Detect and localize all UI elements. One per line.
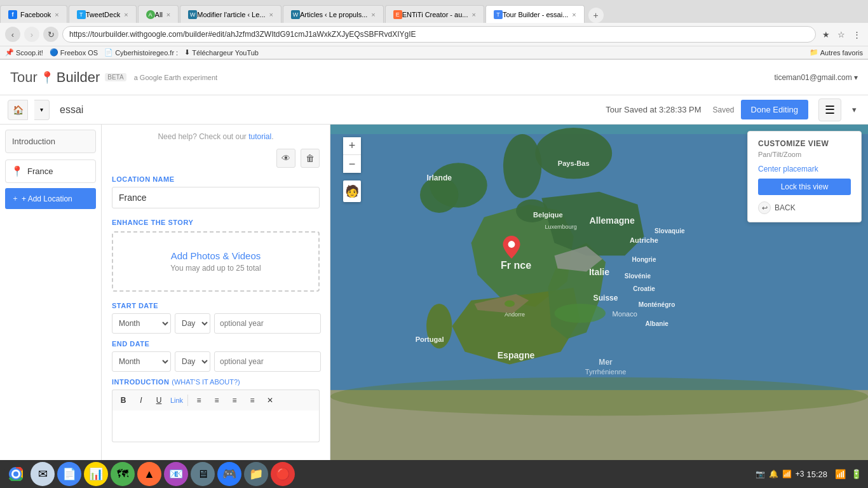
bookmark-freebox[interactable]: 🔵 Freebox OS [50,48,98,57]
rte-italic-button[interactable]: I [133,393,149,408]
introduction-section: INTRODUCTION (WHAT'S IT ABOUT?) B I U Li… [112,378,320,442]
media-upload-box[interactable]: Add Photos & Videos You may add up to 25… [112,231,320,292]
tab-tourbuilder[interactable]: T Tour Builder - essai... × [485,5,585,23]
sidebar-location-item[interactable]: 📍 France [5,159,96,183]
start-date-section: START DATE Month JanuaryFebruaryMarch Ap… [112,302,320,334]
tab-modifier[interactable]: W Modifier l'article ‹ Le... × [180,5,281,23]
address-input[interactable] [62,26,816,43]
taskbar-minecraft-icon[interactable]: 🎮 [217,462,241,486]
tab-all[interactable]: A All × [138,5,179,23]
entiti-favicon-icon: E [393,10,402,19]
svg-text:Monaco: Monaco [613,310,637,318]
bookmark-icon[interactable]: ☆ [835,28,848,41]
bookmark-telechargeur[interactable]: ⬇ Téléchargeur YouTub [184,48,259,57]
tab-close-icon[interactable]: × [572,11,576,18]
delete-button[interactable]: 🗑 [301,149,320,168]
end-month-select[interactable]: Month JanuaryFebruaryMarch AprilMayJune … [112,351,171,372]
taskbar-onenote-icon[interactable]: 🖥 [191,462,215,486]
rte-list-ul-button[interactable]: ≡ [191,393,207,408]
intro-field-label: INTRODUCTION [112,378,169,386]
tab-tweetdeck[interactable]: T TweetDeck × [69,5,137,23]
customize-panel: CUSTOMIZE VIEW Pan/Tilt/Zoom Center plac… [747,131,862,222]
street-view-button[interactable]: 🧑 [343,180,361,202]
tab-articles[interactable]: W Articles ‹ Le propuls... × [283,5,384,23]
location-pin-icon: 📍 [11,165,24,177]
zoom-out-button[interactable]: − [343,155,361,173]
rte-list-ol-button[interactable]: ≡ [208,393,225,408]
menu-button[interactable]: ☰ [818,98,841,121]
rte-bold-button[interactable]: B [115,393,132,408]
rte-clear-button[interactable]: ✕ [262,393,278,408]
logo-tour-text: Tour [10,69,37,86]
taskbar-docs-icon[interactable]: 📄 [57,462,81,486]
more-icon[interactable]: ⋮ [850,28,863,41]
reload-button[interactable]: ↻ [43,27,58,42]
tab-close-icon[interactable]: × [269,11,273,18]
bookmarks-bar: 📌 Scoop.it! 🔵 Freebox OS 📄 Cyberhistoire… [0,46,868,59]
user-email[interactable]: ticeman01@gmail.com [774,73,858,82]
taskbar-drive-icon[interactable]: ▲ [137,462,161,486]
rte-content-area[interactable] [112,410,320,442]
france-map-marker[interactable] [502,236,521,259]
tab-close-icon[interactable]: × [166,11,170,18]
tutorial-link[interactable]: tutorial [248,132,271,141]
media-upload-sub: You may add up to 25 total [126,264,306,273]
sidebar: Introduction 📍 France ＋ + Add Location [0,125,102,488]
facebook-favicon-icon: f [8,10,17,19]
bookmark-autres[interactable]: 📁 Autres favoris [810,48,863,57]
tour-name[interactable]: essai [60,104,599,116]
home-button[interactable]: 🏠 [8,100,28,120]
end-day-select[interactable]: Day 12345 [175,351,210,372]
rte-underline-button[interactable]: U [151,393,167,408]
rte-indent-button[interactable]: ≡ [226,393,243,408]
taskbar-mail-icon[interactable]: ✉ [31,462,55,486]
sidebar-intro-item[interactable]: Introduction [5,130,96,153]
start-year-input[interactable] [214,313,321,334]
zoom-controls: + − [343,137,361,173]
all-favicon-icon: A [146,10,155,19]
back-button[interactable]: ‹ [5,27,20,42]
zoom-in-button[interactable]: + [343,137,361,155]
preview-button[interactable]: 👁 [276,149,295,168]
taskbar-chrome-icon[interactable] [4,462,28,486]
app-header: Tour 📍 Builder BETA a Google Earth exper… [0,60,868,95]
lock-view-button[interactable]: Lock this view [758,179,851,195]
rte-link-button[interactable]: Link [168,393,185,408]
tab-close-icon[interactable]: × [124,11,128,18]
menu-dropdown-icon[interactable]: ▾ [848,104,860,116]
tab-all-label: All [155,11,163,18]
tab-close-icon[interactable]: × [371,11,375,18]
end-year-input[interactable] [214,351,321,372]
intro-whats-link[interactable]: (WHAT'S IT ABOUT?) [172,378,240,386]
tab-entiti[interactable]: E ENTiTi Creator - au... × [385,5,484,23]
extensions-icon[interactable]: ★ [820,28,832,41]
taskbar-files-icon[interactable]: 📁 [244,462,268,486]
svg-text:Allemagne: Allemagne [590,215,635,226]
taskbar-maps-icon[interactable]: 🗺 [111,462,135,486]
taskbar-sheets-icon[interactable]: 📊 [84,462,108,486]
tab-facebook-label: Facebook [20,11,51,18]
new-tab-button[interactable]: + [588,8,604,23]
editor-actions: 👁 🗑 [112,149,320,168]
bookmark-scoop[interactable]: 📌 Scoop.it! [5,48,43,57]
tab-close-icon[interactable]: × [472,11,476,18]
home-dropdown-button[interactable]: ▾ [34,100,50,120]
bookmark-cyberhistoire[interactable]: 📄 Cyberhistoiregeo.fr : [104,48,178,57]
tab-facebook[interactable]: f Facebook × [0,5,67,23]
start-day-select[interactable]: Day 12345 [175,313,210,334]
taskbar-slides-icon[interactable]: 📧 [164,462,188,486]
center-placemark-link[interactable]: Center placemark [758,165,851,173]
done-editing-button[interactable]: Done Editing [741,100,808,119]
rte-outdent-button[interactable]: ≡ [244,393,261,408]
location-name-input[interactable] [112,187,320,208]
add-location-plus-icon: ＋ [11,193,19,204]
taskbar-app-icon[interactable]: 🔴 [271,462,295,486]
svg-point-8 [535,128,612,179]
add-location-button[interactable]: ＋ + Add Location [5,188,96,209]
add-location-label: + Add Location [22,194,72,203]
back-button[interactable]: ↩ BACK [758,201,851,214]
forward-button[interactable]: › [24,27,39,42]
back-label: BACK [775,203,796,212]
tab-close-icon[interactable]: × [55,11,58,18]
start-month-select[interactable]: Month JanuaryFebruaryMarch AprilMayJune … [112,313,171,334]
